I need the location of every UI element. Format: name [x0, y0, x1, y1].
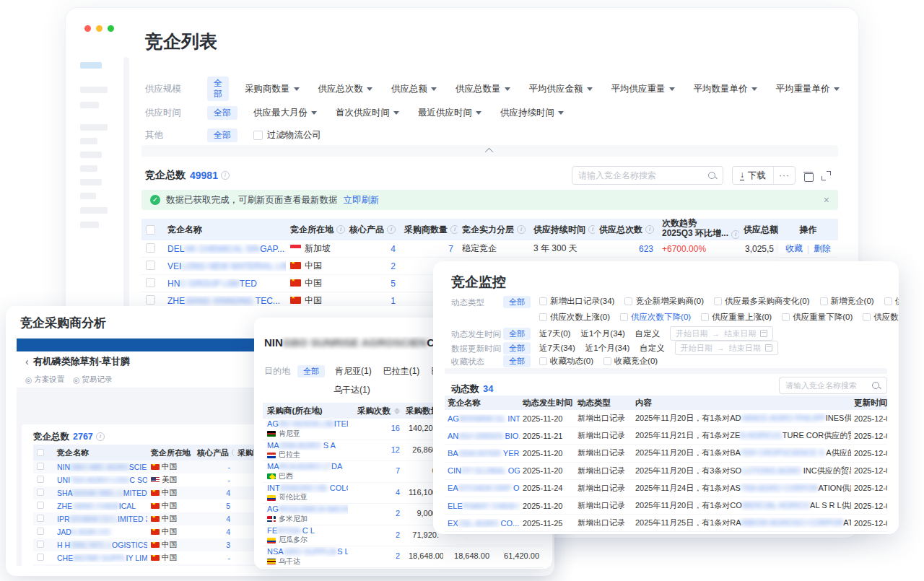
event-type-checkbox[interactable]: 供应重量下降(0) — [782, 312, 853, 323]
row-checkbox[interactable] — [37, 476, 44, 483]
company-name-link[interactable]: CINDY GLOBAL OGIS... — [445, 466, 520, 475]
company-name-link[interactable]: JADE AGRI CO — [53, 528, 147, 536]
buyer-name-link[interactable]: AGRO KENYA LIMITED — [267, 419, 348, 429]
destination-all-chip[interactable]: 全部 — [297, 365, 325, 377]
more-options-button[interactable]: ··· — [773, 167, 795, 184]
last-month-option[interactable]: 近1个月(34) — [580, 328, 624, 339]
buyer-name-link[interactable]: MAGNA AGRO S A — [267, 441, 348, 451]
company-name-link[interactable]: UNITED AGRO LOGIC SOLUTI... — [53, 476, 147, 484]
total-times-value[interactable]: 623 — [595, 244, 658, 254]
last-7-days-option[interactable]: 近7天(0) — [539, 328, 570, 339]
filter-logistics-checkbox[interactable]: 过滤物流公司 — [253, 129, 321, 141]
filter-dropdown[interactable]: 平均供应重量 — [611, 83, 675, 95]
app-menu-item[interactable]: ◎方案设置 — [25, 375, 64, 385]
company-name-link[interactable]: ELEPHANT CHEM I NDU... — [445, 502, 520, 510]
core-product-count[interactable]: 5 — [345, 279, 400, 289]
core-product-count[interactable]: 5 — [193, 502, 234, 510]
purchase-times-value[interactable]: 7 — [352, 466, 404, 476]
purchase-times-value[interactable]: 2 — [352, 551, 404, 562]
favorite-checkbox[interactable]: 收藏动态(0) — [539, 356, 593, 367]
row-checkbox[interactable] — [146, 261, 155, 270]
event-type-checkbox[interactable]: 供应数量上涨(0) — [863, 312, 899, 323]
destination-item[interactable]: 乌干达(1) — [334, 384, 370, 396]
date-range-input[interactable]: 开始日期 → 结束日期 — [670, 326, 773, 341]
event-type-checkbox[interactable]: 供应次数上涨(0) — [539, 312, 610, 323]
company-name-link[interactable]: NINGBO NBC AGROSCIENCE C... — [53, 463, 147, 471]
company-name-link[interactable]: DELHK CHEMICAL SINGAP... — [163, 244, 286, 254]
close-alert-icon[interactable]: × — [824, 194, 829, 206]
filter-dropdown[interactable]: 首次供应时间 — [336, 107, 399, 119]
row-checkbox[interactable] — [146, 295, 155, 305]
delete-link[interactable]: 删除 — [814, 243, 831, 255]
core-product-count[interactable]: 1 — [345, 296, 400, 306]
event-type-checkbox[interactable]: 供应重量上涨(0) — [701, 312, 772, 323]
filter-all-chip[interactable]: 全部 — [503, 296, 531, 308]
core-product-count[interactable]: 4 — [193, 489, 234, 497]
filter-dropdown[interactable]: 供应总次数 — [318, 83, 373, 95]
row-checkbox[interactable] — [37, 541, 44, 548]
filter-all-chip[interactable]: 全部 — [207, 77, 229, 101]
company-name-link[interactable]: BAODA INTER YER ... — [445, 449, 520, 458]
core-product-count[interactable]: - — [193, 463, 234, 471]
favorite-link[interactable]: 收藏 — [785, 243, 803, 255]
filter-dropdown[interactable]: 供应总额 — [391, 83, 437, 95]
filter-dropdown[interactable]: 供应总数量 — [456, 83, 510, 95]
purchase-times-value[interactable]: 4 — [352, 488, 404, 498]
back-icon[interactable]: ‹ — [25, 356, 29, 367]
row-checkbox[interactable] — [146, 243, 155, 253]
row-checkbox[interactable] — [37, 489, 44, 496]
company-name-link[interactable]: HNC GROUP LIMITED — [163, 279, 286, 289]
core-product-count[interactable]: 3 — [193, 541, 234, 549]
purchase-times-value[interactable]: 16 — [352, 424, 404, 434]
company-name-link[interactable]: EASTCHEM GRP O — [445, 484, 520, 492]
collapse-filters-bar[interactable] — [141, 145, 838, 157]
event-type-checkbox[interactable]: 供应最多采购商变化(0) — [714, 296, 810, 307]
app-menu-item[interactable]: ◎贸易记录 — [73, 375, 112, 385]
buyer-count[interactable]: 7 — [400, 244, 458, 254]
row-checkbox[interactable] — [37, 502, 44, 509]
company-name-link[interactable]: AGROFARM GL INT... — [445, 414, 520, 423]
company-name-link[interactable]: CHEMSTAR SUPPLIY LIMITED — [53, 554, 147, 562]
sort-icon[interactable] — [394, 408, 400, 414]
row-checkbox[interactable] — [37, 554, 44, 561]
filter-all-chip[interactable]: 全部 — [207, 128, 237, 142]
destination-item[interactable]: 肯尼亚(1) — [335, 365, 372, 377]
company-name-link[interactable]: ANHUI GREEN BIO... — [445, 432, 520, 440]
core-product-count[interactable]: - — [193, 554, 234, 562]
core-product-count[interactable]: 4 — [193, 515, 234, 523]
company-name-link[interactable]: VEILONG NEW MATERIAL LIMITED — [163, 261, 286, 271]
last-month-option[interactable]: 近1个月(34) — [585, 343, 629, 354]
buyer-name-link[interactable]: MARCA AGRO LTDA — [267, 462, 348, 472]
event-type-checkbox[interactable]: 供应次数下降(0) — [620, 312, 691, 323]
filter-all-chip[interactable]: 全部 — [503, 328, 531, 340]
event-type-checkbox[interactable]: 新增出口记录(34) — [539, 296, 614, 307]
event-type-checkbox[interactable]: 供应金额上涨(0) — [884, 296, 899, 307]
destination-item[interactable]: 巴拉圭(1) — [383, 365, 420, 377]
company-name-link[interactable]: SHANGHAI WEL LIMITED — [53, 489, 147, 497]
fullscreen-button[interactable] — [821, 171, 831, 180]
last-7-days-option[interactable]: 近7天(34) — [539, 343, 575, 354]
purchase-times-value[interactable]: 2 — [352, 509, 404, 519]
refresh-now-link[interactable]: 立即刷新 — [344, 194, 380, 206]
purchase-times-value[interactable]: 12 — [352, 445, 404, 455]
row-checkbox[interactable] — [146, 278, 155, 287]
company-name-link[interactable]: ZHEJIANG CHEMICAL — [53, 502, 147, 510]
filter-all-chip[interactable]: 全部 — [207, 106, 237, 120]
company-name-link[interactable]: H HONG INTL LOGISTICS C... — [53, 541, 147, 549]
event-type-checkbox[interactable]: 新增竞企(0) — [820, 296, 874, 307]
filter-dropdown[interactable]: 采购商数量 — [245, 83, 300, 95]
buyer-name-link[interactable]: AGROQUIMICA NACIONAL SRL — [267, 504, 348, 515]
custom-option[interactable]: 自定义 — [635, 328, 661, 339]
search-icon[interactable] — [707, 171, 717, 180]
purchase-times-value[interactable]: 2 — [352, 530, 404, 541]
favorite-checkbox[interactable]: 收藏竞企(0) — [603, 356, 658, 367]
custom-option[interactable]: 自定义 — [640, 343, 665, 354]
monitor-search-input[interactable] — [785, 381, 871, 390]
company-name-link[interactable]: EXCEL AGRO CO... — [445, 519, 520, 528]
filter-dropdown[interactable]: 最近供应时间 — [418, 107, 481, 119]
row-checkbox[interactable] — [37, 463, 44, 470]
core-product-count[interactable]: 2 — [345, 261, 400, 271]
filter-dropdown[interactable]: 平均供应金额 — [529, 83, 593, 95]
breadcrumb[interactable]: ‹ 有机磷类除草剂-草甘膦 — [25, 355, 130, 368]
buyer-name-link[interactable]: FERTISA C L — [267, 526, 348, 536]
